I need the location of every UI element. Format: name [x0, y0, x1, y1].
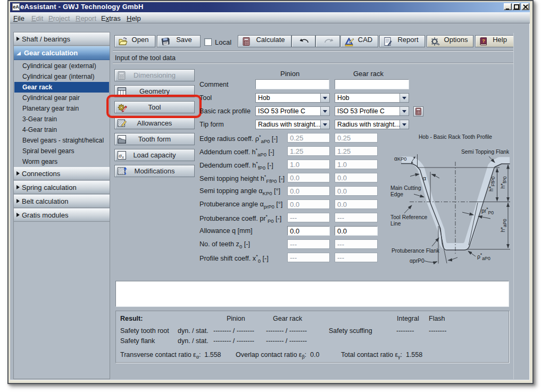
- svg-text:Main Cutting: Main Cutting: [390, 185, 421, 191]
- svg-text:Semi Topping Flank: Semi Topping Flank: [461, 149, 510, 155]
- svg-text:Hob - Basic Rack Tooth Profi: Hob - Basic Rack Tooth Profile: [419, 134, 492, 140]
- svg-text:αKP0: αKP0: [394, 156, 407, 162]
- svg-text:Protuberance Flank: Protuberance Flank: [392, 248, 440, 254]
- svg-text:pr*P0: pr*P0: [481, 206, 494, 215]
- svg-text:Tool Reference: Tool Reference: [390, 214, 428, 220]
- svg-text:α: α: [423, 175, 427, 181]
- svg-text:x: x: [121, 155, 124, 160]
- svg-text:h*aP0: h*aP0: [500, 219, 507, 232]
- svg-text:Edge: Edge: [390, 191, 403, 197]
- svg-text:h*fP0: h*fP0: [500, 176, 507, 188]
- svg-text:ρ*aP0: ρ*aP0: [477, 252, 490, 261]
- svg-text:?: ?: [482, 38, 485, 44]
- svg-text:Line: Line: [390, 221, 401, 227]
- svg-text:αprP0: αprP0: [410, 258, 425, 264]
